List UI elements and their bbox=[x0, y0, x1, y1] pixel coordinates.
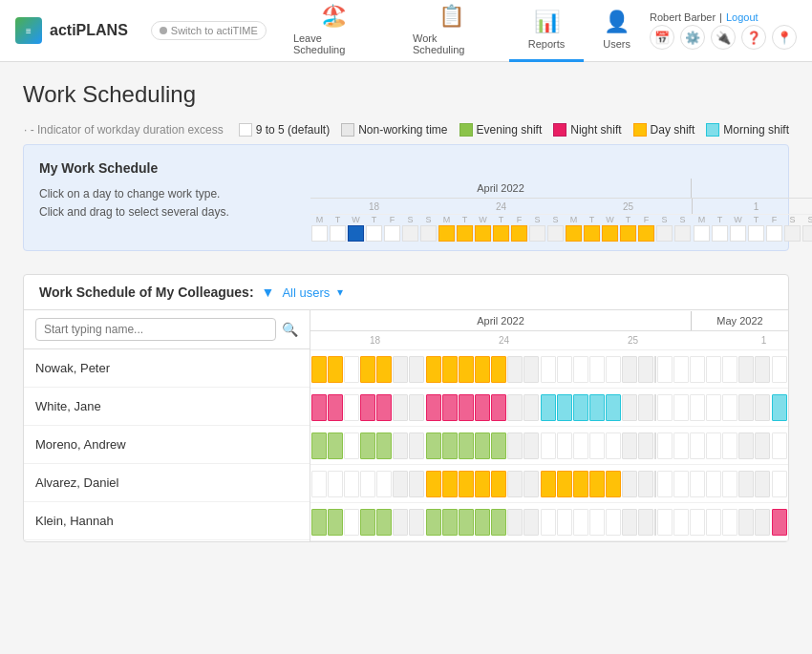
calendar-icon-btn[interactable]: 📅 bbox=[650, 25, 674, 50]
colleague-schedule-cell[interactable] bbox=[622, 394, 637, 421]
colleague-schedule-cell[interactable] bbox=[657, 356, 673, 383]
colleague-schedule-cell[interactable] bbox=[459, 509, 474, 536]
colleague-schedule-cell[interactable] bbox=[459, 394, 474, 421]
colleague-schedule-cell[interactable] bbox=[459, 471, 474, 497]
search-input[interactable] bbox=[35, 318, 276, 341]
colleague-schedule-cell[interactable] bbox=[673, 509, 689, 536]
colleague-name-row[interactable]: White, Jane bbox=[24, 388, 310, 426]
colleague-schedule-cell[interactable] bbox=[376, 432, 392, 459]
schedule-cell[interactable] bbox=[420, 225, 437, 242]
colleague-schedule-cell[interactable] bbox=[589, 356, 605, 383]
colleague-schedule-cell[interactable] bbox=[755, 509, 770, 536]
schedule-cell[interactable] bbox=[802, 225, 812, 242]
colleague-schedule-cell[interactable] bbox=[442, 509, 458, 536]
schedule-cell[interactable] bbox=[366, 225, 382, 242]
colleague-schedule-cell[interactable] bbox=[491, 356, 506, 383]
schedule-cell[interactable] bbox=[457, 225, 473, 242]
colleague-schedule-cell[interactable] bbox=[638, 432, 653, 459]
colleague-schedule-cell[interactable] bbox=[738, 432, 754, 459]
colleague-schedule-cell[interactable] bbox=[409, 509, 424, 536]
colleague-schedule-cell[interactable] bbox=[706, 356, 721, 383]
colleague-schedule-cell[interactable] bbox=[459, 356, 474, 383]
colleague-schedule-cell[interactable] bbox=[622, 509, 637, 536]
schedule-cell[interactable] bbox=[384, 225, 400, 242]
colleague-schedule-cell[interactable] bbox=[524, 394, 539, 421]
colleague-schedule-cell[interactable] bbox=[393, 432, 408, 459]
colleague-schedule-cell[interactable] bbox=[722, 471, 737, 497]
schedule-cell[interactable] bbox=[348, 225, 364, 242]
colleague-schedule-cell[interactable] bbox=[524, 432, 539, 459]
colleague-schedule-cell[interactable] bbox=[722, 509, 737, 536]
colleague-schedule-cell[interactable] bbox=[491, 509, 506, 536]
colleague-schedule-cell[interactable] bbox=[376, 356, 392, 383]
colleague-schedule-cell[interactable] bbox=[393, 356, 408, 383]
colleague-schedule-cell[interactable] bbox=[589, 394, 605, 421]
colleague-schedule-cell[interactable] bbox=[409, 432, 424, 459]
colleague-schedule-cell[interactable] bbox=[673, 394, 689, 421]
colleague-name-row[interactable]: Nowak, Peter bbox=[24, 349, 310, 388]
colleague-schedule-cell[interactable] bbox=[622, 356, 637, 383]
colleague-schedule-cell[interactable] bbox=[426, 471, 441, 497]
colleague-schedule-cell[interactable] bbox=[344, 471, 359, 497]
schedule-cell[interactable] bbox=[674, 225, 691, 242]
colleague-schedule-cell[interactable] bbox=[328, 394, 343, 421]
colleague-schedule-cell[interactable] bbox=[722, 432, 737, 459]
colleague-schedule-cell[interactable] bbox=[706, 471, 721, 497]
colleague-schedule-cell[interactable] bbox=[360, 432, 375, 459]
colleague-schedule-cell[interactable] bbox=[738, 509, 754, 536]
settings-icon-btn[interactable]: ⚙️ bbox=[680, 25, 705, 50]
colleague-schedule-cell[interactable] bbox=[673, 432, 689, 459]
schedule-cell[interactable] bbox=[547, 225, 564, 242]
colleague-schedule-cell[interactable] bbox=[606, 394, 621, 421]
colleague-schedule-cell[interactable] bbox=[491, 394, 506, 421]
colleague-schedule-cell[interactable] bbox=[442, 471, 458, 497]
nav-work-scheduling[interactable]: 📋 Work Scheduling bbox=[394, 0, 509, 62]
plugin-icon-btn[interactable]: 🔌 bbox=[711, 25, 736, 50]
colleague-schedule-cell[interactable] bbox=[772, 432, 787, 459]
colleague-schedule-cell[interactable] bbox=[360, 356, 375, 383]
colleague-schedule-cell[interactable] bbox=[376, 509, 392, 536]
schedule-cell[interactable] bbox=[511, 225, 527, 242]
colleague-schedule-cell[interactable] bbox=[376, 394, 392, 421]
colleague-schedule-cell[interactable] bbox=[311, 356, 327, 383]
colleague-schedule-cell[interactable] bbox=[589, 471, 605, 497]
colleague-schedule-cell[interactable] bbox=[755, 471, 770, 497]
colleague-schedule-cell[interactable] bbox=[409, 394, 424, 421]
colleague-schedule-cell[interactable] bbox=[541, 432, 556, 459]
colleague-schedule-cell[interactable] bbox=[541, 509, 556, 536]
colleague-schedule-cell[interactable] bbox=[311, 509, 327, 536]
colleague-schedule-cell[interactable] bbox=[772, 471, 787, 497]
colleague-schedule-cell[interactable] bbox=[657, 509, 673, 536]
colleague-schedule-cell[interactable] bbox=[524, 356, 539, 383]
schedule-cell[interactable] bbox=[584, 225, 600, 242]
colleague-schedule-cell[interactable] bbox=[722, 394, 737, 421]
colleague-schedule-cell[interactable] bbox=[328, 432, 343, 459]
nav-users[interactable]: 👤 Users bbox=[584, 0, 650, 62]
schedule-cell[interactable] bbox=[402, 225, 418, 242]
colleague-schedule-cell[interactable] bbox=[393, 394, 408, 421]
colleague-schedule-cell[interactable] bbox=[557, 356, 572, 383]
schedule-cell[interactable] bbox=[602, 225, 618, 242]
colleague-schedule-cell[interactable] bbox=[772, 509, 787, 536]
colleague-schedule-cell[interactable] bbox=[638, 509, 653, 536]
colleague-schedule-cell[interactable] bbox=[475, 394, 490, 421]
colleague-schedule-cell[interactable] bbox=[755, 356, 770, 383]
colleague-schedule-cell[interactable] bbox=[475, 471, 490, 497]
colleague-schedule-cell[interactable] bbox=[475, 509, 490, 536]
colleague-schedule-cell[interactable] bbox=[426, 394, 441, 421]
schedule-cell[interactable] bbox=[620, 225, 636, 242]
colleague-schedule-cell[interactable] bbox=[426, 432, 441, 459]
colleague-schedule-cell[interactable] bbox=[491, 432, 506, 459]
filter-chevron[interactable]: ▾ bbox=[337, 285, 343, 299]
filter-users-btn[interactable]: All users bbox=[282, 285, 330, 300]
colleague-schedule-cell[interactable] bbox=[706, 432, 721, 459]
colleague-schedule-cell[interactable] bbox=[360, 471, 375, 497]
colleague-schedule-cell[interactable] bbox=[442, 432, 458, 459]
schedule-cell[interactable] bbox=[638, 225, 654, 242]
colleague-schedule-cell[interactable] bbox=[589, 509, 605, 536]
colleague-schedule-cell[interactable] bbox=[606, 471, 621, 497]
colleague-schedule-cell[interactable] bbox=[690, 471, 705, 497]
colleague-schedule-cell[interactable] bbox=[507, 432, 523, 459]
nav-reports[interactable]: 📊 Reports bbox=[509, 0, 585, 62]
nav-leave-scheduling[interactable]: 🏖️ Leave Scheduling bbox=[274, 0, 394, 62]
